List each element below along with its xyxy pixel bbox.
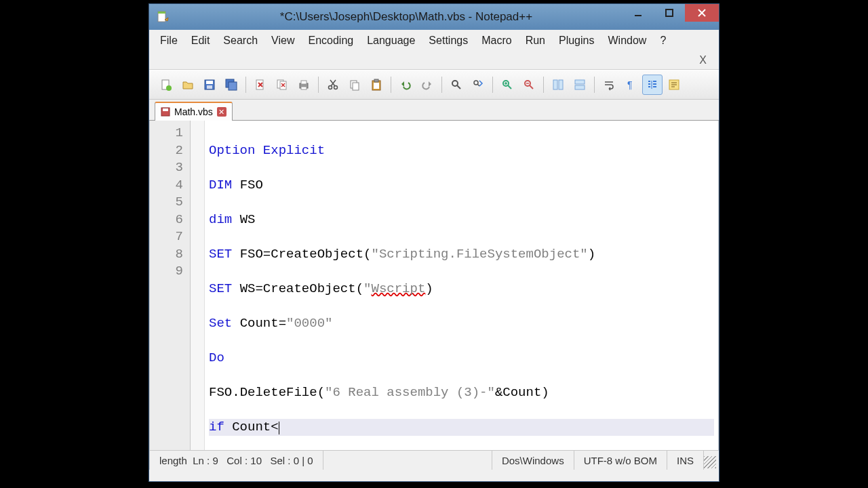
svg-rect-30 xyxy=(575,80,585,84)
menu-macro[interactable]: Macro xyxy=(475,32,518,49)
zoom-out-button[interactable] xyxy=(519,75,539,95)
line-number: 6 xyxy=(150,211,183,229)
svg-rect-15 xyxy=(301,81,307,84)
replace-button[interactable] xyxy=(468,75,488,95)
line-number: 3 xyxy=(150,159,183,177)
svg-rect-23 xyxy=(374,79,378,82)
svg-rect-35 xyxy=(163,108,168,111)
redo-button[interactable] xyxy=(417,75,437,95)
menu-language[interactable]: Language xyxy=(360,32,422,49)
line-number: 5 xyxy=(150,194,183,211)
svg-point-5 xyxy=(166,85,172,91)
toolbar-separator xyxy=(245,77,246,93)
app-window: *C:\Users\Joseph\Desktop\Math.vbs - Note… xyxy=(149,3,719,482)
undo-button[interactable] xyxy=(395,75,416,95)
toolbar-separator xyxy=(391,77,391,93)
text-cursor xyxy=(279,422,279,434)
new-file-button[interactable] xyxy=(156,75,176,95)
svg-rect-31 xyxy=(575,85,585,89)
find-button[interactable] xyxy=(446,75,467,95)
line-number-gutter: 1 2 3 4 5 6 7 8 9 xyxy=(150,121,191,450)
line-number: 9 xyxy=(150,263,183,281)
file-modified-icon xyxy=(161,107,170,117)
line-number: 8 xyxy=(150,246,183,264)
open-file-button[interactable] xyxy=(178,75,198,95)
maximize-button[interactable] xyxy=(654,4,685,22)
svg-rect-3 xyxy=(666,9,673,16)
secondary-close-row: X xyxy=(149,52,719,70)
toolbar: ¶ xyxy=(149,70,719,100)
svg-rect-2 xyxy=(635,15,642,16)
menu-window[interactable]: Window xyxy=(601,32,653,49)
close-button[interactable] xyxy=(685,4,719,22)
toolbar-separator xyxy=(441,77,442,93)
minimize-button[interactable] xyxy=(623,4,654,22)
sync-v-button[interactable] xyxy=(548,75,568,95)
line-number: 2 xyxy=(150,142,183,160)
paste-button[interactable] xyxy=(366,75,387,95)
svg-rect-7 xyxy=(206,81,213,84)
svg-point-24 xyxy=(452,81,458,86)
menubar: File Edit Search View Encoding Language … xyxy=(149,30,719,52)
svg-rect-22 xyxy=(374,83,379,89)
tab-bar: Math.vbs ✕ xyxy=(149,100,719,121)
user-lang-button[interactable] xyxy=(664,75,684,95)
show-symbols-button[interactable]: ¶ xyxy=(620,75,641,95)
menu-plugins[interactable]: Plugins xyxy=(552,32,601,49)
tab-math-vbs[interactable]: Math.vbs ✕ xyxy=(155,102,233,121)
close-file-button[interactable] xyxy=(250,75,271,95)
svg-rect-29 xyxy=(559,80,563,89)
sync-h-button[interactable] xyxy=(570,75,590,95)
toolbar-separator xyxy=(594,77,595,93)
menu-settings[interactable]: Settings xyxy=(422,32,475,49)
tab-label: Math.vbs xyxy=(174,106,213,117)
cut-button[interactable] xyxy=(323,75,343,95)
svg-rect-28 xyxy=(553,80,557,89)
zoom-in-button[interactable] xyxy=(497,75,517,95)
line-number: 4 xyxy=(150,177,183,195)
menu-file[interactable]: File xyxy=(153,32,184,49)
svg-rect-10 xyxy=(229,82,237,90)
toolbar-separator xyxy=(318,77,319,93)
svg-rect-8 xyxy=(207,85,212,89)
menu-help[interactable]: ? xyxy=(653,32,673,49)
toolbar-separator xyxy=(543,77,544,93)
indent-guide-button[interactable] xyxy=(642,75,663,95)
line-number: 7 xyxy=(150,228,183,246)
code-area[interactable]: Option Explicit DIM FSO dim WS SET FSO=C… xyxy=(205,121,718,450)
svg-rect-16 xyxy=(301,87,307,89)
print-button[interactable] xyxy=(294,75,314,95)
svg-rect-20 xyxy=(353,83,359,90)
app-icon xyxy=(156,10,170,24)
wordwrap-button[interactable] xyxy=(599,75,619,95)
secondary-close-button[interactable]: X xyxy=(696,54,709,66)
svg-text:¶: ¶ xyxy=(627,79,633,90)
titlebar[interactable]: *C:\Users\Joseph\Desktop\Math.vbs - Note… xyxy=(149,4,719,30)
menu-view[interactable]: View xyxy=(264,32,301,49)
menu-encoding[interactable]: Encoding xyxy=(301,32,360,49)
window-controls xyxy=(623,4,719,24)
save-all-button[interactable] xyxy=(221,75,241,95)
copy-button[interactable] xyxy=(344,75,365,95)
menu-search[interactable]: Search xyxy=(216,32,264,49)
save-button[interactable] xyxy=(199,75,220,95)
menu-edit[interactable]: Edit xyxy=(184,32,217,49)
editor[interactable]: 1 2 3 4 5 6 7 8 9 Option Explicit DIM FS… xyxy=(149,121,719,450)
toolbar-separator xyxy=(492,77,493,93)
tab-close-button[interactable]: ✕ xyxy=(217,107,226,117)
menu-run[interactable]: Run xyxy=(519,32,552,49)
close-all-button[interactable] xyxy=(272,75,292,95)
line-number: 1 xyxy=(150,125,183,142)
fold-margin xyxy=(191,121,205,450)
svg-rect-1 xyxy=(158,12,165,14)
